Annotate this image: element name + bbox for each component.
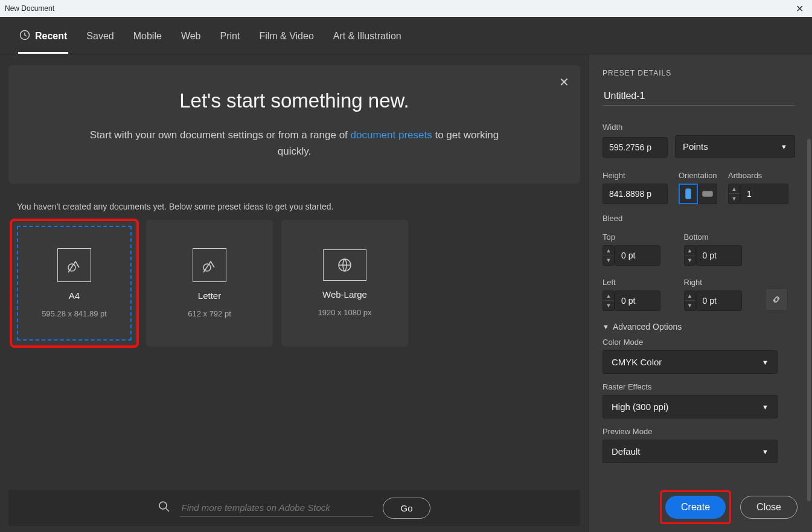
chevron-down-icon: ▼ bbox=[762, 359, 769, 366]
chevron-down-icon: ▼ bbox=[762, 448, 769, 455]
bleed-right-stepper[interactable]: ▲▼ bbox=[684, 290, 696, 311]
clock-icon bbox=[19, 30, 30, 43]
preset-card-web-large[interactable]: Web-Large 1920 x 1080 px bbox=[281, 220, 408, 347]
window-close-icon[interactable]: ✕ bbox=[792, 3, 807, 14]
tab-recent[interactable]: Recent bbox=[18, 18, 68, 54]
preset-card-letter[interactable]: Letter 612 x 792 pt bbox=[146, 220, 273, 347]
units-select[interactable]: Points ▼ bbox=[675, 135, 795, 158]
step-up-icon[interactable]: ▲ bbox=[729, 184, 740, 194]
category-tabs: Recent Saved Mobile Web Print Film & Vid… bbox=[0, 17, 812, 54]
preview-select[interactable]: Default▼ bbox=[603, 440, 778, 463]
width-label: Width bbox=[603, 123, 795, 132]
stock-search-bar: Go bbox=[8, 490, 580, 526]
left-pane: ✕ Let's start something new. Start with … bbox=[0, 54, 589, 532]
hero-banner: ✕ Let's start something new. Start with … bbox=[8, 65, 580, 184]
close-button[interactable]: Close bbox=[740, 496, 798, 519]
go-button[interactable]: Go bbox=[383, 498, 430, 519]
orientation-label: Orientation bbox=[679, 171, 717, 180]
bleed-left-input[interactable] bbox=[615, 290, 660, 311]
tab-label: Recent bbox=[35, 31, 67, 42]
artboards-label: Artboards bbox=[728, 171, 788, 180]
tab-mobile[interactable]: Mobile bbox=[132, 19, 163, 53]
bleed-top-label: Top bbox=[603, 232, 676, 242]
document-presets-link[interactable]: document presets bbox=[351, 129, 432, 141]
hero-text: Start with your own document settings or… bbox=[83, 127, 506, 159]
hero-title: Let's start something new. bbox=[27, 89, 562, 112]
bleed-top-stepper[interactable]: ▲▼ bbox=[603, 245, 615, 266]
preset-cards: A4 595.28 x 841.89 pt Letter 612 x 792 p… bbox=[8, 220, 580, 347]
tab-label: Web bbox=[181, 31, 201, 42]
bleed-left-label: Left bbox=[603, 278, 676, 287]
bleed-right-input[interactable] bbox=[696, 290, 742, 311]
tab-label: Art & Illustration bbox=[333, 31, 401, 42]
tab-web[interactable]: Web bbox=[180, 19, 202, 53]
card-label: Web-Large bbox=[322, 289, 367, 300]
document-name-input[interactable] bbox=[603, 87, 795, 106]
hero-close-icon[interactable]: ✕ bbox=[559, 75, 569, 89]
raster-label: Raster Effects bbox=[603, 382, 795, 391]
svg-rect-6 bbox=[703, 191, 712, 196]
artboards-stepper[interactable]: ▲▼ bbox=[728, 184, 740, 204]
color-mode-select[interactable]: CMYK Color▼ bbox=[603, 350, 778, 374]
svg-rect-5 bbox=[686, 189, 691, 199]
advanced-label: Advanced Options bbox=[613, 322, 682, 332]
advanced-options-toggle[interactable]: ▼ Advanced Options bbox=[603, 322, 795, 332]
card-sub: 1920 x 1080 px bbox=[318, 308, 372, 317]
bleed-bottom-label: Bottom bbox=[684, 232, 757, 242]
bleed-link-toggle[interactable] bbox=[765, 288, 788, 311]
height-label: Height bbox=[603, 171, 668, 180]
tab-saved[interactable]: Saved bbox=[85, 19, 115, 53]
units-value: Points bbox=[683, 141, 708, 152]
web-icon bbox=[323, 249, 366, 281]
orientation-landscape[interactable] bbox=[698, 184, 717, 204]
panel-header: PRESET DETAILS bbox=[603, 69, 795, 77]
hint-text: You haven't created any documents yet. B… bbox=[17, 202, 580, 211]
document-icon bbox=[193, 248, 226, 282]
preset-details-panel: PRESET DETAILS Width Points ▼ Height Ori… bbox=[589, 54, 812, 532]
tab-label: Saved bbox=[86, 31, 113, 42]
tab-label: Film & Video bbox=[259, 31, 313, 42]
create-button[interactable]: Create bbox=[665, 496, 726, 519]
artboards-input[interactable] bbox=[740, 184, 788, 204]
raster-select[interactable]: High (300 ppi)▼ bbox=[603, 395, 778, 418]
card-sub: 612 x 792 pt bbox=[188, 309, 231, 318]
step-down-icon[interactable]: ▼ bbox=[729, 194, 740, 204]
preset-card-a4[interactable]: A4 595.28 x 841.89 pt bbox=[11, 220, 138, 347]
scrollbar[interactable] bbox=[807, 139, 811, 501]
chevron-down-icon: ▼ bbox=[603, 323, 609, 330]
preview-label: Preview Mode bbox=[603, 427, 795, 436]
color-mode-label: Color Mode bbox=[603, 338, 795, 347]
titlebar: New Document ✕ bbox=[0, 0, 812, 17]
search-icon bbox=[158, 501, 170, 515]
card-label: Letter bbox=[198, 290, 221, 301]
bleed-right-label: Right bbox=[684, 278, 757, 287]
chevron-down-icon: ▼ bbox=[781, 143, 787, 150]
bleed-left-stepper[interactable]: ▲▼ bbox=[603, 290, 615, 311]
stock-search-input[interactable] bbox=[180, 499, 373, 517]
bleed-top-input[interactable] bbox=[615, 245, 660, 266]
bleed-bottom-input[interactable] bbox=[696, 245, 742, 266]
width-input[interactable] bbox=[603, 137, 668, 158]
chevron-down-icon: ▼ bbox=[762, 403, 769, 411]
height-input[interactable] bbox=[603, 184, 668, 204]
svg-point-4 bbox=[159, 502, 167, 509]
tab-label: Mobile bbox=[133, 31, 162, 42]
tab-print[interactable]: Print bbox=[219, 19, 241, 53]
bleed-bottom-stepper[interactable]: ▲▼ bbox=[684, 245, 696, 266]
window-title: New Document bbox=[5, 4, 54, 13]
bleed-label: Bleed bbox=[603, 214, 795, 223]
tab-film-video[interactable]: Film & Video bbox=[258, 19, 315, 53]
orientation-portrait[interactable] bbox=[679, 184, 698, 204]
tab-label: Print bbox=[220, 31, 240, 42]
tab-art-illustration[interactable]: Art & Illustration bbox=[332, 19, 403, 53]
